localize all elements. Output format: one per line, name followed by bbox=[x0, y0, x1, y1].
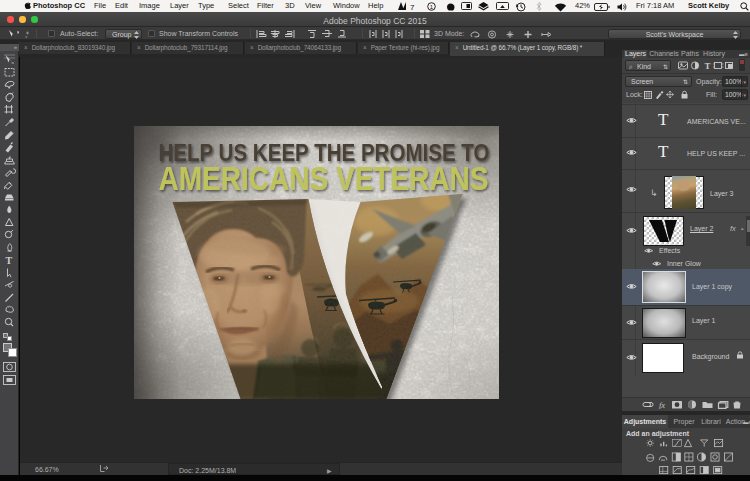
svg-text:1: 1 bbox=[430, 4, 434, 10]
svg-text:7: 7 bbox=[410, 3, 415, 11]
svg-text:T: T bbox=[6, 255, 13, 266]
svg-text:AMERICANS VETERANS: AMERICANS VETERANS bbox=[159, 160, 489, 197]
svg-text:T: T bbox=[705, 61, 711, 70]
svg-text:fx: fx bbox=[659, 400, 665, 409]
